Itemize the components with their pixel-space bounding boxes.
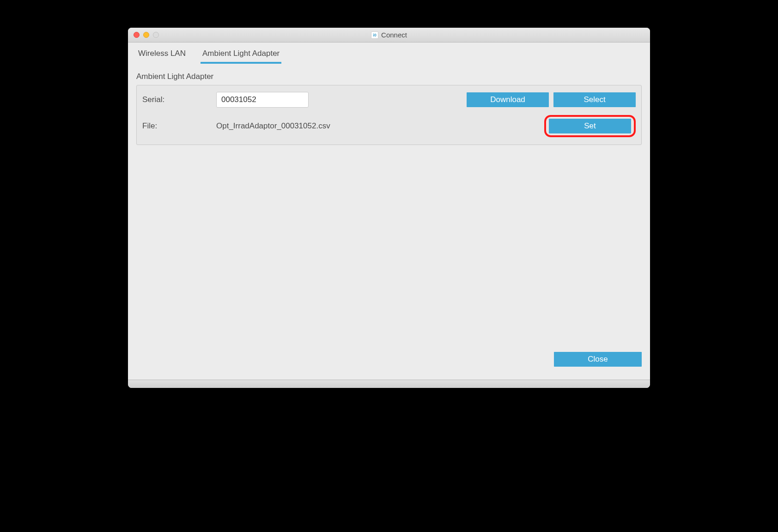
serial-input[interactable] [216,92,309,108]
serial-label: Serial: [142,95,216,104]
footer: Close [128,352,650,380]
app-icon: i0 [371,31,378,39]
bottom-bar [128,380,650,388]
set-button-highlight: Set [544,115,636,137]
close-button[interactable]: Close [554,352,642,367]
ambient-light-panel: Serial: Download Select File: Opt_IrradA… [136,85,642,145]
minimize-window-icon[interactable] [143,32,149,38]
content-area: Wireless LAN Ambient Light Adapter Ambie… [128,42,650,380]
connect-window: i0 Connect Wireless LAN Ambient Light Ad… [128,28,650,388]
traffic-lights [134,32,159,38]
select-button[interactable]: Select [553,92,636,107]
section-title: Ambient Light Adapter [128,64,650,85]
file-value: Opt_IrradAdaptor_00031052.csv [216,121,544,131]
set-button[interactable]: Set [549,119,631,133]
tab-wireless-lan[interactable]: Wireless LAN [136,46,188,64]
maximize-window-icon [153,32,159,38]
titlebar: i0 Connect [128,28,650,42]
close-window-icon[interactable] [134,32,140,38]
window-title-area: i0 Connect [371,31,407,39]
download-button[interactable]: Download [467,92,549,107]
serial-buttons: Download Select [467,92,636,107]
tab-ambient-light-adapter[interactable]: Ambient Light Adapter [201,46,281,64]
serial-row: Serial: Download Select [142,92,636,108]
file-row: File: Opt_IrradAdaptor_00031052.csv Set [142,115,636,137]
file-label: File: [142,121,216,131]
window-title: Connect [381,31,407,39]
tab-bar: Wireless LAN Ambient Light Adapter [128,42,650,64]
